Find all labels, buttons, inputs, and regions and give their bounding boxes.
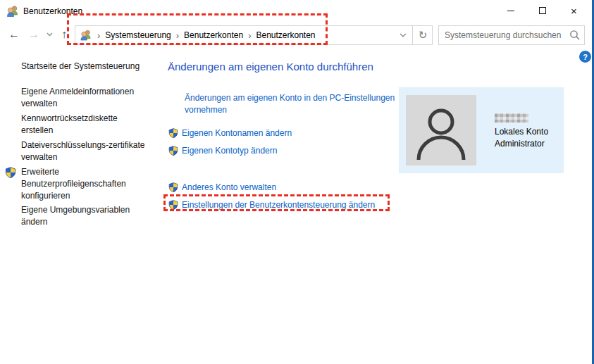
search-input[interactable] xyxy=(439,30,567,40)
sidebar-item-control-panel-home[interactable]: Startseite der Systemsteuerung xyxy=(21,61,151,73)
title-bar: Benutzerkonten × xyxy=(0,0,592,23)
sidebar-item-manage-credentials[interactable]: Eigene Anmeldeinformationen verwalten xyxy=(21,86,151,110)
recent-pages-chevron-icon[interactable] xyxy=(44,24,55,45)
link-change-account-name[interactable]: Eigenen Kontonamen ändern xyxy=(182,127,292,139)
breadcrumb-item-benutzerkonten[interactable]: Benutzerkonten xyxy=(184,30,243,40)
breadcrumb-app-icon[interactable] xyxy=(80,30,92,41)
uac-shield-icon xyxy=(168,200,178,210)
breadcrumb-separator-icon: › xyxy=(243,30,256,41)
redacted-username xyxy=(495,113,528,123)
close-icon: × xyxy=(571,6,577,16)
uac-shield-icon xyxy=(168,128,178,138)
user-accounts-window: Benutzerkonten × ← → ↑ › Systemsteuerung… xyxy=(0,0,594,364)
maximize-icon xyxy=(539,7,546,14)
link-pc-settings-account-changes[interactable]: Änderungen am eigenen Konto in den PC-Ei… xyxy=(185,92,417,116)
uac-shield-icon xyxy=(168,146,178,156)
sidebar-item-advanced-user-profiles[interactable]: Erweiterte Benutzerprofileigenschaften k… xyxy=(21,166,151,202)
uac-shield-icon xyxy=(168,182,178,192)
breadcrumb-item-benutzerkonten-2[interactable]: Benutzerkonten xyxy=(256,30,315,40)
sidebar-item-password-reset-disk[interactable]: Kennwortrücksetzdiskette erstellen xyxy=(21,113,151,137)
navigation-toolbar: ← → ↑ › Systemsteuerung › Benutzerkonten… xyxy=(0,23,592,49)
sidebar-item-file-encryption-certificates[interactable]: Dateiverschlüsselungs-zertifikate verwal… xyxy=(21,139,151,163)
link-change-account-type[interactable]: Eigenen Kontotyp ändern xyxy=(182,145,277,157)
minimize-button[interactable] xyxy=(495,0,526,21)
nav-buttons: ← → ↑ xyxy=(4,24,73,45)
link-manage-another-account[interactable]: Anderes Konto verwalten xyxy=(182,182,276,194)
refresh-button[interactable]: ↻ xyxy=(412,25,433,45)
address-dropdown-chevron-icon[interactable] xyxy=(394,26,412,44)
sidebar-item-environment-variables[interactable]: Eigene Umgebungsvariablen ändern xyxy=(21,204,151,228)
link-change-uac-settings[interactable]: Einstellungen der Benutzerkontensteuerun… xyxy=(182,199,375,211)
close-button[interactable]: × xyxy=(558,0,590,21)
address-bar[interactable]: › Systemsteuerung › Benutzerkonten › Ben… xyxy=(75,25,433,45)
forward-button[interactable]: → xyxy=(24,24,44,45)
search-icon[interactable] xyxy=(567,27,583,43)
uac-shield-icon xyxy=(5,167,16,178)
current-account-panel: Lokales Konto Administrator xyxy=(399,87,564,173)
minimize-icon xyxy=(507,11,514,11)
person-silhouette-icon xyxy=(406,95,476,165)
user-accounts-app-icon xyxy=(6,5,19,18)
account-type-line1: Lokales Konto xyxy=(495,126,548,138)
maximize-button[interactable] xyxy=(526,0,558,21)
up-button[interactable]: ↑ xyxy=(55,24,73,45)
help-button[interactable]: ? xyxy=(579,51,591,63)
breadcrumb-item-systemsteuerung[interactable]: Systemsteuerung xyxy=(105,30,171,40)
account-info: Lokales Konto Administrator xyxy=(495,113,548,150)
page-title: Änderungen am eigenen Konto durchführen xyxy=(168,61,373,73)
search-box[interactable] xyxy=(438,25,585,45)
account-type-line2: Administrator xyxy=(495,138,548,150)
breadcrumb-separator-icon: › xyxy=(171,30,184,41)
account-avatar xyxy=(406,95,476,165)
window-title: Benutzerkonten xyxy=(23,0,82,23)
breadcrumb-separator-icon: › xyxy=(92,30,105,41)
window-controls: × xyxy=(495,0,590,21)
back-button[interactable]: ← xyxy=(4,24,24,45)
